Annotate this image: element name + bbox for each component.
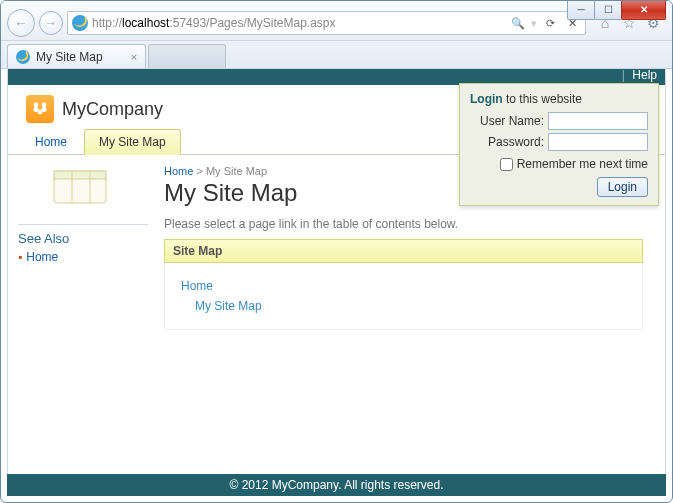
username-input[interactable] (548, 112, 648, 130)
svg-rect-3 (34, 107, 39, 112)
sitemap-link-home[interactable]: Home (181, 279, 626, 293)
nav-back-button[interactable]: ← (7, 9, 35, 37)
username-label: User Name: (480, 114, 544, 128)
search-icon[interactable]: 🔍 (509, 17, 527, 30)
see-also-heading: See Also (18, 231, 148, 246)
sitemap-link-mysitemap[interactable]: My Site Map (195, 299, 626, 313)
login-title-rest: to this website (503, 92, 582, 106)
password-label: Password: (488, 135, 544, 149)
help-link[interactable]: Help (632, 68, 657, 82)
login-button[interactable]: Login (597, 177, 648, 197)
svg-point-0 (34, 103, 39, 108)
window-minimize-button[interactable]: ─ (567, 0, 595, 20)
tab-favicon-icon (16, 50, 30, 64)
page-hint: Please select a page link in the table o… (164, 217, 643, 231)
window-maximize-button[interactable]: ☐ (594, 0, 622, 20)
browser-tab-active[interactable]: My Site Map × (7, 44, 146, 68)
address-bar[interactable]: http://localhost:57493/Pages/MySiteMap.a… (67, 11, 586, 35)
refresh-icon[interactable]: ⟳ (541, 17, 559, 30)
breadcrumb-home[interactable]: Home (164, 165, 193, 177)
url-text: http://localhost:57493/Pages/MySiteMap.a… (92, 16, 509, 30)
remember-label: Remember me next time (517, 157, 648, 171)
password-input[interactable] (548, 133, 648, 151)
nav-home[interactable]: Home (20, 129, 82, 154)
ie-favicon-icon (72, 15, 88, 31)
footer-text: © 2012 MyCompany. All rights reserved. (229, 478, 443, 492)
svg-point-1 (42, 103, 47, 108)
help-separator: | (622, 68, 625, 82)
svg-rect-6 (54, 171, 106, 179)
breadcrumb-current: My Site Map (206, 165, 267, 177)
window-close-button[interactable]: ✕ (621, 0, 666, 20)
login-panel: Login to this website User Name: Passwor… (459, 83, 659, 206)
footer: © 2012 MyCompany. All rights reserved. (7, 474, 666, 496)
browser-tab-new[interactable] (148, 44, 226, 68)
login-title-strong: Login (470, 92, 503, 106)
company-logo-icon (26, 95, 54, 123)
tab-close-icon[interactable]: × (131, 51, 137, 63)
bullet-icon: ▪ (18, 250, 22, 264)
page-icon (52, 165, 148, 210)
tab-title: My Site Map (36, 50, 103, 64)
see-also-home-link[interactable]: Home (26, 250, 58, 264)
nav-sitemap[interactable]: My Site Map (84, 129, 181, 155)
svg-rect-4 (42, 107, 47, 112)
nav-forward-button[interactable]: → (39, 11, 63, 35)
remember-checkbox[interactable] (500, 158, 513, 171)
sitemap-panel-header: Site Map (164, 239, 643, 263)
company-name: MyCompany (62, 99, 163, 120)
